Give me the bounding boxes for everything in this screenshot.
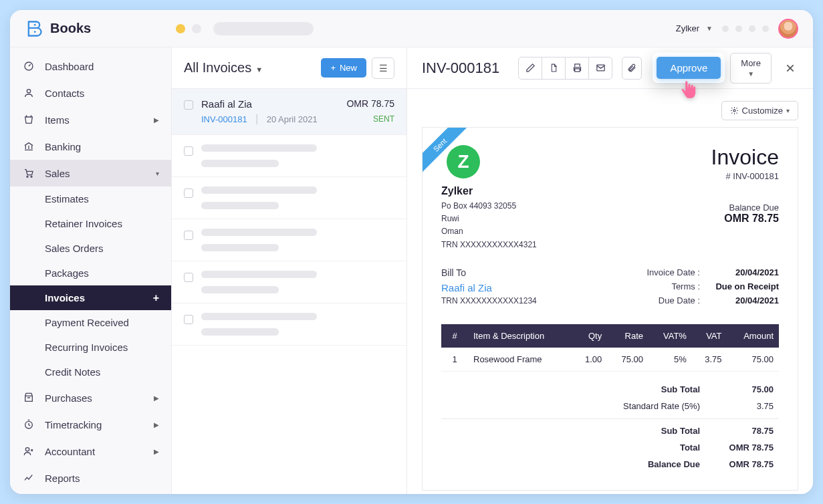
- pdf-button[interactable]: [542, 57, 566, 80]
- chevron-down-icon: ▼: [706, 25, 713, 32]
- chevron-right-icon: ▶: [154, 116, 159, 124]
- nav-dashboard[interactable]: Dashboard: [10, 53, 171, 80]
- list-row-skeleton: [172, 303, 406, 346]
- nav-timetracking[interactable]: Timetracking ▶: [10, 411, 171, 438]
- bill-to-name[interactable]: Raafi al Zia: [441, 282, 537, 293]
- nav-payment-received[interactable]: Payment Received: [10, 310, 171, 335]
- nav-retainer-invoices[interactable]: Retainer Invoices: [10, 211, 171, 236]
- chevron-down-icon: ▾: [156, 170, 159, 177]
- chevron-right-icon: ▶: [154, 394, 159, 402]
- nav-credit-notes[interactable]: Credit Notes: [10, 360, 171, 384]
- hamburger-icon: ☰: [379, 63, 388, 74]
- list-menu-button[interactable]: ☰: [372, 57, 394, 79]
- list-filter-dropdown[interactable]: All Invoices▼: [184, 60, 263, 76]
- gear-icon: [730, 106, 739, 115]
- nav-accountant[interactable]: Accountant ▶: [10, 438, 171, 465]
- svg-point-9: [733, 110, 735, 112]
- pdf-icon: [550, 63, 558, 73]
- detail-header: INV-000181 Approve More ▼: [407, 47, 813, 89]
- invoice-title: INV-000181: [422, 59, 499, 77]
- contacts-icon: [22, 86, 35, 100]
- balance-due-label: Balance Due: [711, 203, 779, 213]
- svg-point-5: [31, 176, 32, 177]
- svg-point-7: [25, 448, 29, 451]
- table-row: 1 Rosewood Frame 1.00 75.00 5% 3.75 75.0…: [441, 348, 779, 372]
- svg-point-1: [34, 31, 36, 33]
- list-row[interactable]: Raafi al Zia OMR 78.75 INV-000181 | 20 A…: [172, 89, 406, 135]
- nav-sales[interactable]: Sales ▾: [10, 160, 171, 186]
- nav-estimates[interactable]: Estimates: [10, 186, 171, 211]
- nav-recurring-invoices[interactable]: Recurring Invoices: [10, 335, 171, 360]
- plus-icon[interactable]: +: [153, 292, 159, 304]
- nav-banking[interactable]: Banking: [10, 133, 171, 160]
- email-button[interactable]: [588, 57, 612, 80]
- window-dots: [176, 22, 314, 35]
- approve-button[interactable]: Approve: [657, 57, 721, 79]
- row-amount: OMR 78.75: [346, 98, 394, 110]
- printer-icon: [572, 63, 582, 73]
- nav-sales-orders[interactable]: Sales Orders: [10, 236, 171, 261]
- chevron-down-icon: ▼: [255, 66, 263, 74]
- dashboard-icon: [22, 59, 35, 73]
- nav-contacts[interactable]: Contacts: [10, 80, 171, 106]
- row-date: 20 April 2021: [267, 114, 318, 124]
- edit-button[interactable]: [518, 57, 542, 80]
- pencil-icon: [525, 63, 536, 73]
- invoice-meta: Invoice Date :20/04/2021 Terms :Due on R…: [640, 267, 779, 309]
- chevron-down-icon: ▼: [747, 70, 754, 78]
- close-icon: [785, 63, 796, 74]
- mail-icon: [596, 63, 606, 73]
- chevron-right-icon: ▶: [154, 421, 159, 428]
- invoice-detail: INV-000181 Approve More ▼: [407, 47, 813, 494]
- accountant-icon: [22, 445, 35, 458]
- bill-to-label: Bill To: [441, 267, 537, 278]
- books-logo-icon: [25, 19, 43, 38]
- invoice-document: Sent Z Zylker Po Box 44093 32055 Ruwi Om…: [422, 127, 798, 491]
- nav-packages[interactable]: Packages: [10, 261, 171, 285]
- close-button[interactable]: [782, 60, 798, 76]
- chevron-down-icon: ▾: [786, 107, 790, 114]
- new-button[interactable]: + New: [321, 58, 366, 78]
- approve-popup: Approve: [653, 53, 725, 83]
- status-badge: SENT: [373, 114, 394, 124]
- list-row-skeleton: [172, 219, 406, 261]
- user-avatar[interactable]: [778, 19, 798, 39]
- svg-point-0: [34, 23, 36, 25]
- org-switcher[interactable]: Zylker ▼: [676, 23, 713, 33]
- svg-point-4: [27, 176, 28, 177]
- invoice-link[interactable]: INV-000181: [201, 114, 247, 124]
- balance-due-amount: OMR 78.75: [711, 213, 779, 225]
- topbar: Books Zylker ▼: [10, 10, 813, 47]
- invoice-list: All Invoices▼ + New ☰ Raafi al Zia OMR: [172, 47, 407, 494]
- list-header: All Invoices▼ + New ☰: [172, 47, 406, 89]
- row-checkbox[interactable]: [184, 100, 193, 110]
- company-name: Zylker: [441, 185, 537, 197]
- line-items-table: # Item & Description Qty Rate VAT% VAT A…: [441, 324, 779, 372]
- bill-to-trn: TRN XXXXXXXXXXX1234: [441, 296, 537, 305]
- customize-button[interactable]: Customize ▾: [721, 101, 798, 120]
- totals-section: Sub Total75.00 Standard Rate (5%)3.75 Su…: [441, 381, 779, 473]
- banking-icon: [22, 140, 35, 153]
- company-address: Po Box 44093 32055 Ruwi Oman TRN XXXXXXX…: [441, 200, 537, 251]
- plus-icon: +: [330, 63, 336, 73]
- sent-ribbon: Sent: [423, 128, 469, 174]
- svg-point-3: [27, 90, 30, 93]
- app-name: Books: [50, 21, 91, 36]
- app-logo[interactable]: Books: [25, 19, 172, 38]
- nav-items[interactable]: Items ▶: [10, 106, 171, 133]
- paperclip-icon: [627, 63, 636, 73]
- nav-reports[interactable]: Reports: [10, 465, 171, 491]
- invoice-heading: Invoice: [711, 145, 779, 170]
- customer-name: Raafi al Zia: [201, 98, 252, 110]
- reports-icon: [22, 471, 35, 485]
- print-button[interactable]: [565, 57, 589, 80]
- nav-purchases[interactable]: Purchases ▶: [10, 384, 171, 411]
- items-icon: [22, 113, 35, 126]
- nav-invoices[interactable]: Invoices+: [10, 285, 171, 310]
- purchases-icon: [22, 391, 35, 404]
- more-button[interactable]: More ▼: [730, 53, 772, 84]
- list-row-skeleton: [172, 135, 406, 177]
- clock-icon: [22, 418, 35, 431]
- attachment-button[interactable]: [622, 57, 642, 80]
- header-status-dots: [722, 25, 769, 32]
